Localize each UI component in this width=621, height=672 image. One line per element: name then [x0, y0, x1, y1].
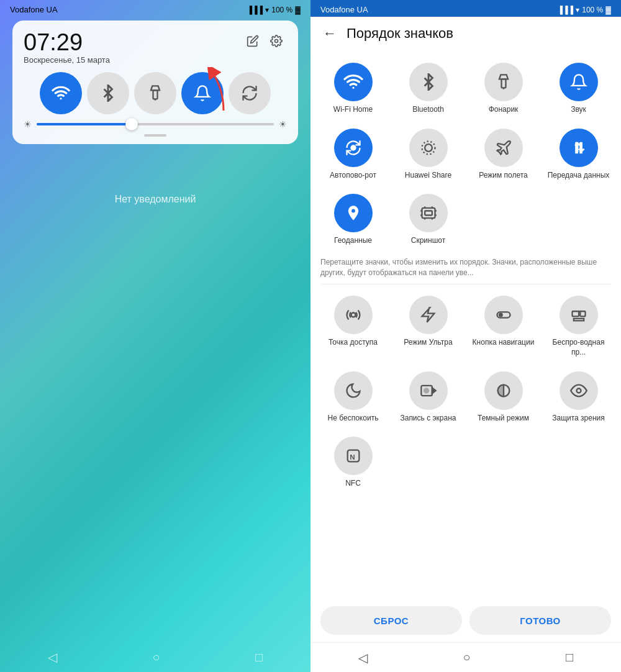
- no-notifications-text: Нет уведомлений: [115, 194, 196, 205]
- svg-text:⇅: ⇅: [573, 140, 584, 155]
- icon-ultra[interactable]: Режим Ультра: [391, 289, 466, 365]
- icon-circle-wifi: [334, 63, 373, 101]
- nav-back-right[interactable]: ◁: [343, 645, 383, 670]
- svg-point-25: [576, 388, 581, 393]
- icon-label-nav-btn: Кнопка навигации: [473, 338, 535, 348]
- left-panel: Vodafone UA ▐▐▐ ▾ 100 % ▓ 07:29 Воскресе…: [0, 0, 310, 672]
- icon-autorotate[interactable]: Автопово-рот: [315, 122, 391, 188]
- icon-circle-screen-record: [409, 371, 448, 410]
- back-button[interactable]: ←: [320, 23, 339, 44]
- left-nav-bar: ◁ ○ □: [0, 642, 310, 672]
- icon-sound[interactable]: Звук: [541, 57, 616, 122]
- icon-dnd[interactable]: Не беспокоить: [315, 365, 391, 431]
- icon-nav-btn[interactable]: Кнопка навигации: [466, 289, 541, 365]
- icon-circle-data-transfer: ⇅: [560, 129, 598, 167]
- icon-eye[interactable]: Защита зрения: [541, 365, 616, 431]
- toggle-wifi[interactable]: [40, 72, 82, 114]
- notification-panel: 07:29 Воскресенье, 15 марта: [12, 20, 298, 144]
- icon-label-flashlight: Фонарик: [489, 105, 519, 115]
- icon-circle-nfc: N: [334, 437, 373, 475]
- icon-nfc[interactable]: N NFC: [315, 430, 391, 496]
- icon-label-data-transfer: Передача данных: [548, 171, 610, 181]
- icon-label-bluetooth: Bluetooth: [412, 105, 444, 115]
- icon-circle-hotspot: [334, 296, 373, 334]
- toggle-sound[interactable]: [181, 72, 224, 114]
- wifi-right: ▾: [576, 6, 579, 14]
- icon-circle-bluetooth: [409, 63, 448, 101]
- icon-data-transfer[interactable]: ⇅ Передача данных: [541, 122, 616, 188]
- icon-circle-screenshot: [409, 194, 448, 232]
- nav-recent-right[interactable]: □: [551, 645, 588, 670]
- icon-flashlight[interactable]: Фонарик: [466, 57, 541, 122]
- icon-label-autorotate: Автопово-рот: [330, 171, 376, 181]
- svg-point-12: [351, 209, 355, 213]
- nav-back-left[interactable]: ◁: [33, 645, 72, 670]
- svg-rect-19: [580, 312, 585, 317]
- date-display: Воскресенье, 15 марта: [24, 55, 110, 65]
- icon-circle-geo: [334, 194, 373, 232]
- toggle-flashlight[interactable]: [134, 72, 176, 114]
- right-panel: Vodafone UA ▐▐▐ ▾ 100 % ▓ ← Порядок знач…: [310, 0, 621, 672]
- svg-point-15: [351, 313, 355, 317]
- icon-airplane[interactable]: Режим полета: [466, 122, 541, 188]
- icon-circle-wireless: [560, 296, 598, 334]
- icon-geo[interactable]: Геоданные: [315, 188, 391, 253]
- brightness-slider[interactable]: [37, 123, 274, 125]
- svg-point-17: [499, 314, 502, 317]
- icon-bluetooth[interactable]: Bluetooth: [391, 57, 466, 122]
- page-title: Порядок значков: [347, 25, 453, 42]
- nav-home-right[interactable]: ○: [448, 645, 485, 670]
- icon-circle-flashlight: [484, 63, 523, 101]
- primary-icons-grid: Wi-Fi Home Bluetooth: [310, 52, 621, 253]
- signal-icon: ▐▐▐: [247, 6, 263, 14]
- icon-screenshot[interactable]: Скриншот: [391, 188, 466, 253]
- svg-rect-4: [501, 79, 505, 88]
- quick-toggle-row: [24, 72, 287, 114]
- battery-icon-left: ▓: [295, 6, 301, 14]
- battery-icon-right: ▓: [605, 6, 611, 14]
- right-inner: Vodafone UA ▐▐▐ ▾ 100 % ▓ ← Порядок знач…: [310, 0, 621, 672]
- hint-text: Перетащите значки, чтобы изменить их пор…: [310, 253, 621, 284]
- icon-circle-airplane: [484, 129, 523, 167]
- icon-circle-nav-btn: [484, 296, 523, 334]
- icon-label-geo: Геоданные: [334, 236, 372, 246]
- settings-button[interactable]: [266, 30, 287, 52]
- secondary-icons-grid: Точка доступа Режим Ультра: [310, 284, 621, 496]
- svg-rect-13: [422, 208, 435, 218]
- header-row: ← Порядок значков: [310, 17, 621, 52]
- svg-rect-14: [425, 211, 432, 216]
- icon-label-wifi: Wi-Fi Home: [333, 105, 373, 115]
- icon-wifi-home[interactable]: Wi-Fi Home: [315, 57, 391, 122]
- icon-huawei-share[interactable]: Huawei Share: [391, 122, 466, 188]
- icon-circle-ultra: [409, 296, 448, 334]
- svg-point-8: [422, 141, 435, 154]
- icon-label-dark-mode: Темный режим: [478, 414, 529, 424]
- toggle-bluetooth[interactable]: [87, 72, 129, 114]
- battery-right: 100 %: [582, 6, 603, 14]
- svg-point-23: [424, 388, 428, 393]
- svg-marker-22: [432, 388, 435, 393]
- toggle-rotate[interactable]: [229, 72, 271, 114]
- brightness-high-icon: ☀: [279, 119, 287, 129]
- icon-label-screenshot: Скриншот: [411, 236, 445, 246]
- icon-label-sound: Звук: [571, 105, 586, 115]
- battery-left: 100 %: [271, 6, 292, 14]
- brightness-low-icon: ☀: [24, 119, 32, 129]
- wifi-status-icon: ▾: [265, 6, 269, 14]
- icon-label-eye: Защита зрения: [552, 414, 605, 424]
- icon-wireless[interactable]: Беспро-водная пр...: [541, 289, 616, 365]
- signal-right: ▐▐▐: [558, 6, 574, 14]
- icon-dark-mode[interactable]: Темный режим: [466, 365, 541, 431]
- carrier-right: Vodafone UA: [320, 5, 368, 14]
- nav-recent-left[interactable]: □: [240, 645, 278, 670]
- top-icons-row[interactable]: [242, 30, 287, 52]
- icon-circle-huawei-share: [409, 129, 448, 167]
- status-bar-right: Vodafone UA ▐▐▐ ▾ 100 % ▓: [310, 0, 621, 17]
- done-button[interactable]: ГОТОВО: [469, 606, 611, 635]
- nav-home-left[interactable]: ○: [137, 645, 175, 670]
- reset-button[interactable]: СБРОС: [320, 606, 462, 635]
- time-row: 07:29 Воскресенье, 15 марта: [24, 30, 287, 65]
- edit-button[interactable]: [242, 30, 263, 52]
- icon-screen-record[interactable]: Запись с экрана: [391, 365, 466, 431]
- icon-hotspot[interactable]: Точка доступа: [315, 289, 391, 365]
